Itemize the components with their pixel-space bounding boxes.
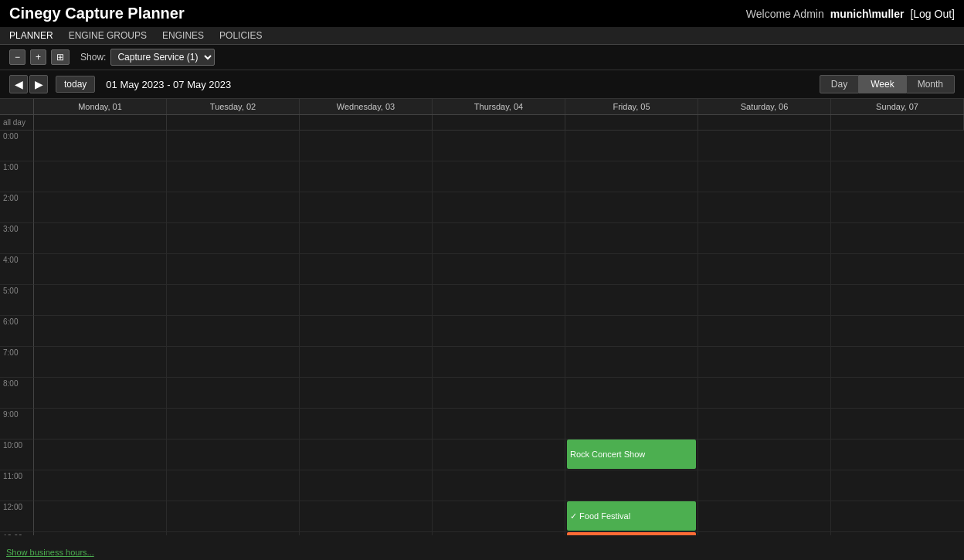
time-grid: 0:00 1:00 2:00 3:00 4:00 5:00 6:00 7:00 … [0, 131, 964, 535]
show-label: Show: [80, 52, 106, 63]
business-hours-link[interactable]: Show business hours... [6, 548, 94, 557]
date-range: 01 May 2023 - 07 May 2023 [106, 79, 231, 90]
day-headers: Monday, 01 Tuesday, 02 Wednesday, 03 Thu… [0, 99, 964, 115]
minus-button[interactable]: − [9, 49, 25, 65]
mon-0 [34, 131, 166, 161]
logout-link[interactable]: [Log Out] [910, 8, 955, 20]
time-5: 5:00 [0, 285, 34, 316]
day-header-thu: Thursday, 04 [433, 99, 565, 114]
nav-engines[interactable]: ENGINES [162, 30, 204, 41]
day-header-wed: Wednesday, 03 [300, 99, 433, 114]
time-11: 11:00 [0, 470, 34, 501]
day-col-thu [433, 131, 565, 535]
calendar-header: ◀ ▶ today 01 May 2023 - 07 May 2023 Day … [0, 70, 964, 99]
event-fri-rock[interactable]: Rock Concert Show [567, 440, 696, 469]
nav-arrows: ◀ ▶ [9, 75, 48, 93]
all-day-sat [698, 115, 831, 130]
nav-bar: PLANNER ENGINE GROUPS ENGINES POLICIES [0, 27, 964, 45]
nav-policies[interactable]: POLICIES [219, 30, 262, 41]
nav-planner[interactable]: PLANNER [9, 30, 53, 41]
welcome-area: Welcome Admin munich\muller [Log Out] [746, 8, 955, 20]
time-8: 8:00 [0, 378, 34, 409]
time-1: 1:00 [0, 161, 34, 192]
all-day-fri [565, 115, 698, 130]
app-title: Cinegy Capture Planner [9, 5, 185, 22]
day-header-sun: Sunday, 07 [831, 99, 964, 114]
day-col-tue [167, 131, 300, 535]
all-day-wed [300, 115, 433, 130]
nav-engine-groups[interactable]: ENGINE GROUPS [69, 30, 147, 41]
day-header-mon: Monday, 01 [34, 99, 167, 114]
time-6: 6:00 [0, 316, 34, 347]
time-col: 0:00 1:00 2:00 3:00 4:00 5:00 6:00 7:00 … [0, 131, 34, 535]
all-day-thu [433, 115, 565, 130]
time-9: 9:00 [0, 409, 34, 440]
today-button[interactable]: today [56, 76, 95, 93]
day-col-mon [34, 131, 167, 535]
event-fri-food[interactable]: ✓ Food Festival [567, 501, 696, 531]
time-7: 7:00 [0, 347, 34, 378]
view-week-button[interactable]: Week [859, 75, 905, 93]
all-day-sun [831, 115, 964, 130]
event-fri-recording[interactable]: Recording time [567, 532, 696, 535]
time-4: 4:00 [0, 254, 34, 285]
toolbar: − + ⊞ Show: Capture Service (1) [0, 45, 964, 70]
calendar-container: Monday, 01 Tuesday, 02 Wednesday, 03 Thu… [0, 99, 964, 535]
grid-button[interactable]: ⊞ [51, 49, 70, 65]
prev-button[interactable]: ◀ [9, 75, 28, 93]
day-header-sat: Saturday, 06 [698, 99, 831, 114]
username: munich\muller [830, 8, 905, 20]
time-3: 3:00 [0, 223, 34, 254]
day-col-wed: News Ukrainian cuisine Reality show [300, 131, 433, 535]
day-header-tue: Tuesday, 02 [167, 99, 300, 114]
view-month-button[interactable]: Month [906, 75, 955, 93]
day-col-sun: ⊙ News ⊙ Fashion Channel ✎ ⊙ Talk Show [831, 131, 964, 535]
all-day-row: all day [0, 115, 964, 131]
welcome-text: Welcome Admin [746, 8, 824, 20]
all-day-mon [34, 115, 167, 130]
show-select[interactable]: Capture Service (1) [110, 49, 215, 66]
time-header-empty [0, 99, 34, 114]
top-header: Cinegy Capture Planner Welcome Admin mun… [0, 0, 964, 27]
next-button[interactable]: ▶ [29, 75, 48, 93]
day-col-sat: ⊙ News ⊙ Fashion Channel ✎ ⊙ Talk Show [698, 131, 831, 535]
all-day-tue [167, 115, 300, 130]
time-0: 0:00 [0, 131, 34, 161]
day-col-fri: Rock Concert Show ✓ Food Festival Record… [565, 131, 698, 535]
time-13: 13:00 [0, 532, 34, 535]
time-10: 10:00 [0, 440, 34, 470]
view-day-button[interactable]: Day [820, 75, 859, 93]
all-day-label: all day [0, 115, 34, 130]
time-2: 2:00 [0, 192, 34, 223]
view-buttons: Day Week Month [820, 75, 955, 93]
time-12: 12:00 [0, 501, 34, 532]
day-header-fri: Friday, 05 [565, 99, 698, 114]
plus-button[interactable]: + [30, 49, 46, 65]
